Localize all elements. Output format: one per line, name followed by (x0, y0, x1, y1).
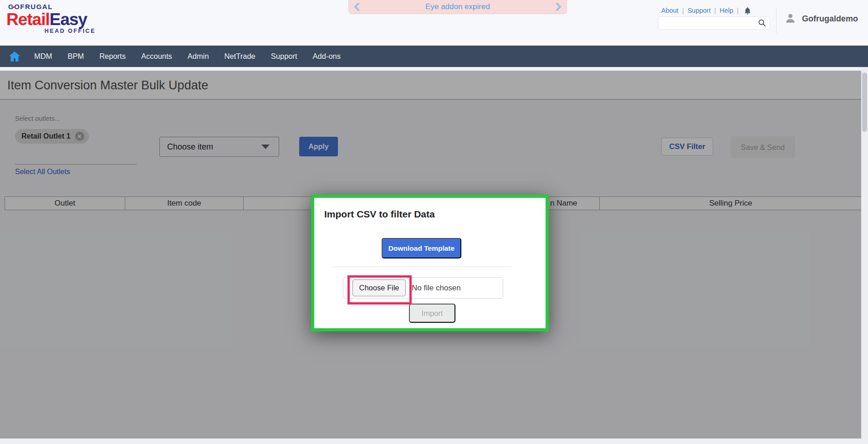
import-button[interactable]: Import (409, 304, 455, 323)
global-search (658, 16, 770, 30)
product-name-easy: Easy (50, 10, 87, 29)
link-separator: | (714, 7, 716, 14)
banner-next-icon[interactable] (555, 3, 562, 11)
about-link[interactable]: About (661, 7, 679, 14)
user-icon (784, 12, 797, 26)
choose-file-button[interactable]: Choose File (352, 279, 406, 296)
banner-message: Eye addon expired (425, 2, 490, 11)
brand-name: GOFRUGAL (6, 3, 102, 10)
brand-logo: GOFRUGAL RetailEasy HEAD OFFICE (6, 3, 102, 34)
nav-item-accounts[interactable]: Accounts (133, 46, 180, 67)
product-name: RetailEasy (6, 11, 102, 28)
footer-strip (0, 439, 868, 444)
search-input[interactable] (659, 17, 758, 29)
head-office-label: HEAD OFFICE (6, 28, 96, 34)
notification-banner: Eye addon expired (348, 0, 567, 14)
nav-item-reports[interactable]: Reports (92, 46, 133, 67)
bell-icon[interactable] (743, 6, 752, 15)
banner-prev-icon[interactable] (353, 3, 361, 11)
download-template-button[interactable]: Download Template (382, 238, 461, 258)
header-divider (776, 7, 776, 34)
import-csv-modal: Import CSV to filter Data Download Templ… (311, 195, 549, 331)
top-header: GOFRUGAL RetailEasy HEAD OFFICE Eye addo… (0, 0, 868, 46)
user-menu[interactable]: Gofrugaldemo (784, 12, 858, 26)
nav-item-mdm[interactable]: MDM (26, 46, 60, 67)
support-link[interactable]: Support (688, 7, 711, 14)
scrollbar-thumb[interactable] (862, 72, 867, 132)
app-root: GOFRUGAL RetailEasy HEAD OFFICE Eye addo… (0, 0, 868, 444)
modal-title: Import CSV to filter Data (324, 209, 435, 220)
nav-item-addons[interactable]: Add-ons (305, 46, 348, 67)
help-link[interactable]: Help (720, 7, 733, 14)
logo-red-dash (12, 6, 15, 8)
nav-item-support[interactable]: Support (263, 46, 305, 67)
link-separator: | (682, 7, 684, 14)
nav-item-nettrade[interactable]: NetTrade (217, 46, 263, 67)
modal-divider (332, 267, 511, 267)
product-name-retail: Retail (6, 10, 50, 29)
nav-item-bpm[interactable]: BPM (60, 46, 92, 67)
home-icon[interactable] (9, 52, 20, 62)
no-file-chosen-label: No file chosen (412, 278, 461, 298)
search-icon[interactable] (758, 19, 770, 27)
main-nav: MDM BPM Reports Accounts Admin NetTrade … (0, 46, 868, 67)
link-separator: | (737, 7, 739, 14)
scrollbar-track[interactable] (861, 67, 868, 439)
header-links: About | Support | Help | (661, 6, 752, 15)
csv-file-input[interactable]: Choose File No file chosen (343, 277, 503, 299)
nav-item-admin[interactable]: Admin (180, 46, 217, 67)
user-name: Gofrugaldemo (802, 14, 858, 24)
